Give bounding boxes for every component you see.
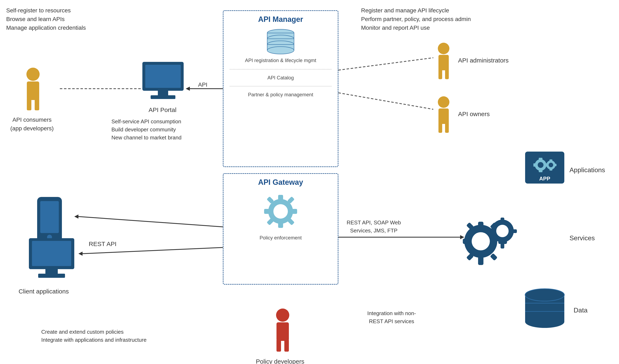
api-owners-person — [433, 95, 454, 135]
svg-point-50 — [538, 162, 544, 168]
api-administrators-label: API administrators — [458, 56, 509, 65]
svg-point-15 — [27, 68, 40, 81]
svg-point-29 — [267, 47, 294, 54]
applications-label: Applications — [569, 165, 605, 175]
svg-rect-35 — [290, 209, 297, 214]
data-icon — [522, 287, 567, 333]
svg-rect-59 — [545, 164, 549, 166]
svg-rect-33 — [278, 221, 283, 228]
top-right-text: Register and manage API lifecycle Perfor… — [361, 6, 471, 32]
api-gateway-box: API Gateway Policy enforcement — [223, 173, 338, 285]
self-service-text: Self-service API consumption Build devel… — [112, 118, 182, 142]
svg-point-44 — [438, 96, 450, 108]
svg-rect-47 — [445, 122, 449, 133]
svg-rect-17 — [27, 98, 31, 110]
svg-rect-34 — [264, 209, 271, 214]
svg-line-4 — [338, 58, 433, 70]
svg-rect-71 — [478, 222, 483, 230]
diagram-container: Self-register to resources Browse and le… — [0, 0, 619, 364]
svg-rect-57 — [549, 159, 552, 162]
services-label: Services — [569, 233, 595, 243]
svg-rect-22 — [151, 95, 175, 99]
api-portal-label: API Portal — [149, 105, 176, 114]
policy-developer-person — [270, 307, 295, 353]
svg-rect-67 — [45, 269, 58, 274]
api-admin-person — [433, 41, 454, 81]
desktop-icon-bottom — [27, 237, 76, 281]
svg-rect-16 — [27, 81, 39, 100]
svg-point-56 — [549, 163, 553, 167]
api-arrow-label: API — [198, 81, 207, 89]
rest-api-services-text: REST API, SOAP Web Services, JMS, FTP — [347, 219, 401, 235]
svg-rect-82 — [501, 242, 504, 248]
svg-point-31 — [273, 204, 288, 219]
svg-rect-46 — [438, 122, 442, 133]
svg-rect-21 — [158, 91, 168, 96]
api-manager-section2: API Catalog — [224, 73, 338, 82]
svg-line-6 — [78, 216, 223, 227]
svg-rect-93 — [277, 339, 281, 352]
svg-rect-51 — [539, 158, 542, 162]
svg-rect-83 — [489, 229, 495, 233]
svg-point-91 — [276, 309, 289, 322]
api-manager-title: API Manager — [224, 15, 338, 24]
svg-rect-42 — [438, 68, 442, 79]
bottom-left-text: Create and extend custom policies Integr… — [41, 328, 146, 344]
api-gateway-title: API Gateway — [224, 178, 338, 187]
rest-api-label: REST API — [89, 239, 117, 248]
svg-rect-60 — [553, 164, 556, 166]
svg-rect-92 — [277, 322, 289, 341]
api-manager-section3: Partner & policy management — [224, 90, 338, 99]
svg-rect-81 — [501, 217, 504, 224]
api-manager-box: API Manager API registration & lifecycle… — [223, 10, 338, 167]
svg-point-80 — [496, 225, 509, 237]
api-portal-icon — [140, 60, 186, 102]
svg-rect-45 — [438, 108, 449, 124]
svg-rect-84 — [511, 229, 517, 233]
svg-rect-68 — [38, 274, 65, 278]
svg-marker-8 — [74, 215, 78, 219]
svg-point-87 — [525, 316, 564, 328]
applications-icon: APP — [524, 150, 565, 189]
svg-rect-78 — [490, 253, 498, 261]
svg-rect-52 — [539, 168, 542, 172]
svg-rect-73 — [463, 239, 471, 244]
svg-rect-20 — [145, 65, 181, 88]
policy-developers-label: Policy developers — [256, 357, 304, 364]
mobile-phone-icon — [33, 196, 66, 244]
svg-rect-72 — [478, 256, 483, 265]
services-icon — [460, 212, 518, 267]
data-label: Data — [574, 305, 588, 315]
api-consumer-person — [21, 66, 45, 112]
api-manager-section1: API registration & lifecycle mgmt — [224, 55, 338, 65]
svg-rect-32 — [278, 195, 283, 202]
svg-rect-18 — [35, 98, 39, 110]
svg-rect-53 — [533, 163, 537, 167]
client-applications-label: Client applications — [19, 287, 69, 296]
svg-rect-43 — [445, 68, 449, 79]
svg-point-70 — [472, 232, 490, 250]
svg-rect-58 — [549, 167, 552, 171]
svg-point-40 — [438, 43, 450, 54]
svg-marker-3 — [186, 87, 190, 91]
svg-text:APP: APP — [539, 175, 550, 182]
api-consumers-label: API consumers (app developers) — [10, 116, 54, 133]
api-gateway-section1: Policy enforcement — [224, 233, 338, 243]
top-left-text: Self-register to resources Browse and le… — [6, 6, 86, 32]
svg-rect-63 — [40, 201, 59, 233]
svg-rect-66 — [32, 241, 71, 266]
svg-rect-94 — [284, 339, 289, 352]
svg-line-5 — [338, 93, 433, 109]
svg-rect-41 — [438, 55, 449, 70]
api-owners-label: API owners — [458, 109, 490, 119]
bottom-right-text: Integration with non- REST API services — [367, 309, 416, 325]
svg-marker-11 — [78, 252, 83, 256]
